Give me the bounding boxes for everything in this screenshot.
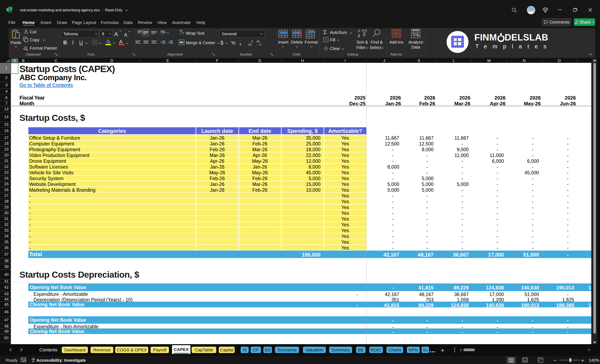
svg-text:A: A — [358, 29, 361, 33]
svg-text:ab: ab — [179, 29, 182, 32]
svg-text:c: c — [179, 32, 181, 35]
svg-text:Z: Z — [358, 34, 360, 38]
svg-text:X: X — [7, 8, 9, 11]
